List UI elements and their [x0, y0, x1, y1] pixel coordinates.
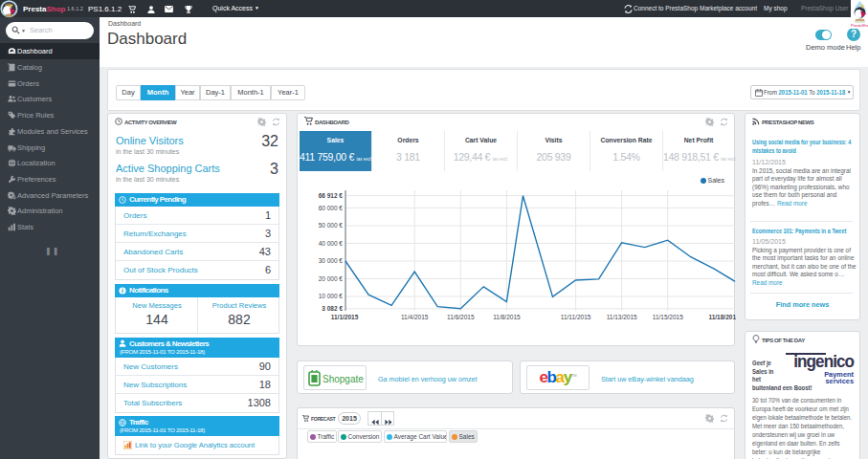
svg-text:11/13/2015: 11/13/2015 — [607, 314, 637, 320]
svg-text:11/1/2015: 11/1/2015 — [331, 314, 359, 320]
svg-text:3 082 €: 3 082 € — [322, 305, 343, 312]
svg-text:20 000 €: 20 000 € — [319, 275, 344, 282]
svg-text:11/4/2015: 11/4/2015 — [401, 314, 429, 320]
svg-text:66 912 €: 66 912 € — [319, 192, 344, 199]
svg-text:11/18/201: 11/18/201 — [708, 314, 736, 320]
svg-text:11/8/2015: 11/8/2015 — [493, 314, 521, 320]
svg-text:50 000 €: 50 000 € — [319, 222, 344, 229]
svg-text:11/15/2015: 11/15/2015 — [653, 314, 683, 320]
svg-text:11/11/2015: 11/11/2015 — [561, 314, 591, 320]
svg-text:11/6/2015: 11/6/2015 — [447, 314, 475, 320]
svg-text:30 000 €: 30 000 € — [319, 257, 344, 264]
svg-text:40 000 €: 40 000 € — [319, 240, 344, 247]
svg-text:10 000 €: 10 000 € — [319, 293, 344, 299]
svg-text:60 000 €: 60 000 € — [319, 205, 344, 211]
